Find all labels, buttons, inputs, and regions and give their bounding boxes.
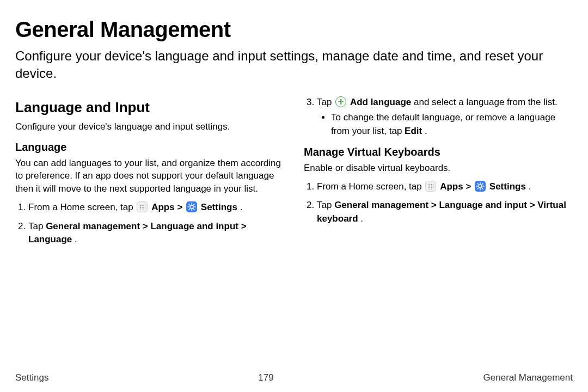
separator: > <box>143 221 151 231</box>
list-item: Tap General management > Language and in… <box>28 220 282 247</box>
list-item: From a Home screen, tap Apps > Settings … <box>28 201 282 215</box>
subsection-heading-language: Language <box>15 141 282 154</box>
step-text: Tap <box>28 221 46 231</box>
keyboards-steps: From a Home screen, tap Apps > Settings … <box>304 180 571 226</box>
step-text: . <box>360 213 363 224</box>
language-steps: From a Home screen, tap Apps > Settings … <box>15 201 282 247</box>
bold-text: General management <box>334 200 428 210</box>
bold-text: Language and input <box>439 200 527 210</box>
step-text: From a Home screen, tap <box>28 202 136 212</box>
edit-label: Edit <box>405 126 422 136</box>
list-item: To change the default language, or remov… <box>331 111 571 138</box>
left-column: Language and Input Configure your device… <box>15 96 282 252</box>
separator: > <box>177 202 185 212</box>
step-text: From a Home screen, tap <box>317 181 424 192</box>
section-heading-language-input: Language and Input <box>15 99 282 116</box>
bullet-text: . <box>425 126 427 136</box>
language-steps-continued: Tap Add language and select a language f… <box>304 96 571 138</box>
step-text: . <box>529 181 531 192</box>
page-footer: Settings 179 General Management <box>15 372 573 383</box>
separator: > <box>465 181 474 192</box>
apps-icon <box>137 201 148 212</box>
list-item: Tap Add language and select a language f… <box>317 96 571 138</box>
apps-label: Apps <box>151 202 175 212</box>
plus-icon <box>335 96 346 107</box>
subsection-heading-keyboards: Manage Virtual Keyboards <box>304 146 571 158</box>
bold-text: Language and input <box>150 221 238 231</box>
step-text: . <box>240 202 243 212</box>
document-page: General Management Configure your device… <box>0 0 588 392</box>
settings-icon <box>475 181 486 192</box>
separator: > <box>241 221 247 231</box>
svg-point-0 <box>190 205 193 209</box>
content-columns: Language and Input Configure your device… <box>15 96 573 252</box>
svg-point-1 <box>479 185 482 188</box>
apps-label: Apps <box>440 181 463 192</box>
step-text: and select a language from the list. <box>414 97 558 107</box>
list-item: Tap General management > Language and in… <box>317 199 571 225</box>
bold-text: General management <box>46 221 140 231</box>
page-subtitle: Configure your device's language and inp… <box>15 47 560 83</box>
language-desc: You can add languages to your list, and … <box>15 157 282 195</box>
sub-bullets: To change the default language, or remov… <box>317 111 571 138</box>
add-language-label: Add language <box>350 97 411 107</box>
step-text: Tap <box>317 200 334 210</box>
apps-icon <box>425 181 436 192</box>
keyboards-desc: Enable or disable virtual keyboards. <box>304 162 571 175</box>
footer-page-number: 179 <box>258 372 273 383</box>
right-column: Tap Add language and select a language f… <box>304 96 571 252</box>
step-text: Tap <box>317 97 334 107</box>
settings-icon <box>186 201 197 212</box>
page-title: General Management <box>15 17 573 42</box>
step-text: . <box>75 234 77 244</box>
bullet-text: To change the default language, or remov… <box>331 112 555 136</box>
bold-text: Language <box>28 234 72 244</box>
separator: > <box>530 200 538 210</box>
list-item: From a Home screen, tap Apps > Settings … <box>317 180 571 194</box>
footer-left: Settings <box>15 372 48 383</box>
settings-label: Settings <box>201 202 237 212</box>
settings-label: Settings <box>489 181 526 192</box>
separator: > <box>431 200 439 210</box>
section-desc-language-input: Configure your device's language and inp… <box>15 120 282 133</box>
footer-right: General Management <box>483 372 573 383</box>
